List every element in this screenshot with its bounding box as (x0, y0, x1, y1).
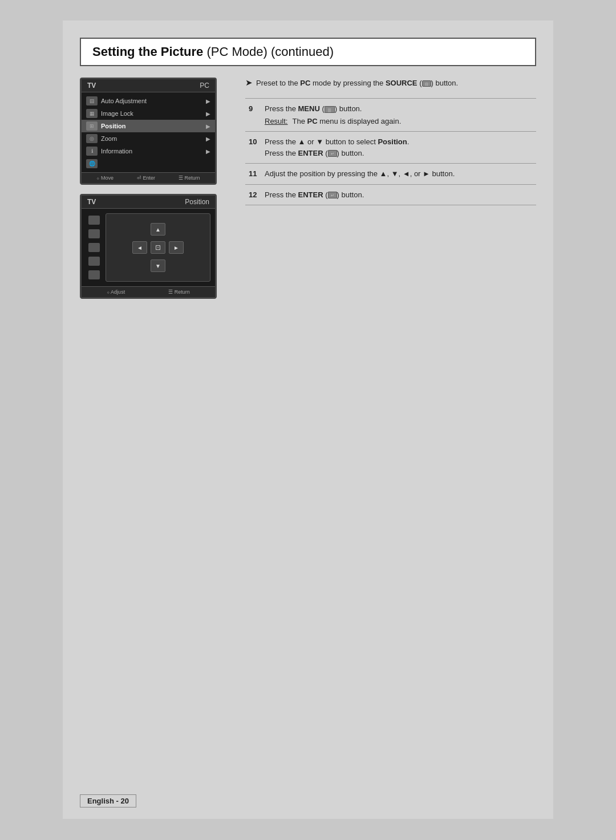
step-12-content: Press the ENTER (↵) button. (261, 184, 536, 205)
menu-row-extra: 🌐 (82, 157, 215, 170)
pos-right-arrow: ► (169, 241, 184, 254)
position-control-area: ▲ ◄ ⊡ ► ▼ (106, 213, 210, 282)
step-10-content: Press the ▲ or ▼ button to select Positi… (261, 132, 536, 164)
page-title: Setting the Picture (PC Mode) (continued… (92, 44, 524, 59)
menu-row-info: ℹ Information ▶ (82, 145, 215, 157)
title-bar: Setting the Picture (PC Mode) (continued… (80, 38, 536, 66)
steps-table: 9 Press the MENU (|||) button. Result: T… (245, 98, 536, 205)
footer-text: English - 20 (80, 794, 136, 807)
right-column: ➤ Preset to the PC mode by pressing the … (240, 78, 536, 299)
menu-icon-imagelock: ▦ (86, 109, 98, 118)
position-footer: ⬦ Adjust ☰ Return (82, 286, 215, 297)
pos-tv-label: TV (87, 198, 96, 206)
pos-icon-4 (88, 257, 100, 266)
menu-arrow-auto: ▶ (206, 98, 210, 104)
menu-arrow-imagelock: ▶ (206, 111, 210, 117)
position-arrows: ▲ ◄ ⊡ ► ▼ (131, 221, 185, 274)
menu-arrow-position: ▶ (206, 123, 210, 129)
step-9-content: Press the MENU (|||) button. Result: The… (261, 99, 536, 132)
menu-row-imagelock: ▦ Image Lock ▶ (82, 107, 215, 120)
pos-empty-tl (132, 223, 147, 236)
menu-icon-extra: 🌐 (86, 159, 98, 168)
menu-arrow-zoom: ▶ (206, 136, 210, 142)
tv-screen-menu: TV PC ▤ Auto Adjustment ▶ ▦ Image Lock ▶ (80, 78, 217, 185)
pos-footer-adjust: ⬦ Adjust (107, 289, 125, 295)
pos-empty-bl (132, 259, 147, 272)
menu-text-auto: Auto Adjustment (101, 98, 202, 104)
tv-footer-enter: ⏎ Enter (137, 175, 155, 181)
left-column: TV PC ▤ Auto Adjustment ▶ ▦ Image Lock ▶ (80, 78, 228, 299)
tv-screen-header: TV PC (82, 79, 215, 92)
step-9-result: Result: The PC menu is displayed again. (265, 116, 533, 127)
menu-icon-auto: ▤ (86, 96, 98, 105)
step-10-number: 10 (245, 132, 261, 164)
pos-up-arrow: ▲ (151, 223, 165, 236)
menu-icon-info: ℹ (86, 147, 98, 156)
position-screen: TV Position (80, 194, 217, 299)
menu-text-info: Information (101, 148, 202, 155)
menu-text-imagelock: Image Lock (101, 110, 202, 117)
content-area: TV PC ▤ Auto Adjustment ▶ ▦ Image Lock ▶ (80, 78, 536, 299)
footer-area: English - 20 (80, 794, 136, 807)
step-9-number: 9 (245, 99, 261, 132)
menu-text-position: Position (101, 123, 202, 129)
pos-title: Position (185, 198, 209, 206)
result-label-9: Result: (265, 116, 287, 127)
menu-icon-position: ⊞ (86, 121, 98, 131)
menu-row-zoom: ◎ Zoom ▶ (82, 132, 215, 145)
pos-icon-5 (88, 270, 100, 279)
position-header: TV Position (82, 196, 215, 209)
step-11-number: 11 (245, 164, 261, 185)
pos-icon-2 (88, 229, 100, 238)
preset-arrow: ➤ (245, 78, 253, 88)
tv-footer-return: ☰ Return (179, 175, 200, 181)
pos-icon-3 (88, 243, 100, 252)
pc-label: PC (200, 82, 209, 90)
preset-line: ➤ Preset to the PC mode by pressing the … (245, 78, 536, 88)
page: Setting the Picture (PC Mode) (continued… (63, 21, 553, 819)
pos-empty-tr (169, 223, 184, 236)
pos-left-arrow: ◄ (132, 241, 147, 254)
step-10-row: 10 Press the ▲ or ▼ button to select Pos… (245, 132, 536, 164)
pos-footer-return: ☰ Return (168, 289, 190, 295)
pos-icon-1 (88, 216, 100, 225)
step-11-content: Adjust the position by pressing the ▲, ▼… (261, 164, 536, 185)
menu-text-zoom: Zoom (101, 135, 202, 142)
tv-menu-items: ▤ Auto Adjustment ▶ ▦ Image Lock ▶ ⊞ Pos… (82, 92, 215, 172)
pos-empty-br (169, 259, 184, 272)
preset-text: Preset to the PC mode by pressing the SO… (256, 79, 458, 87)
menu-arrow-info: ▶ (206, 148, 210, 155)
step-9-row: 9 Press the MENU (|||) button. Result: T… (245, 99, 536, 132)
step-12-row: 12 Press the ENTER (↵) button. (245, 184, 536, 205)
position-body: ▲ ◄ ⊡ ► ▼ (82, 209, 215, 286)
menu-icon-zoom: ◎ (86, 134, 98, 143)
pos-down-arrow: ▼ (151, 259, 165, 272)
tv-footer-1: ⬦ Move ⏎ Enter ☰ Return (82, 172, 215, 183)
step-12-number: 12 (245, 184, 261, 205)
menu-row-position: ⊞ Position ▶ (82, 120, 215, 132)
result-text-9: The PC menu is displayed again. (292, 116, 401, 127)
tv-label: TV (87, 82, 96, 90)
menu-row-auto: ▤ Auto Adjustment ▶ (82, 95, 215, 107)
position-icons-col (86, 213, 102, 282)
step-11-row: 11 Adjust the position by pressing the ▲… (245, 164, 536, 185)
pos-center-monitor: ⊡ (151, 241, 165, 254)
tv-footer-move: ⬦ Move (96, 175, 114, 181)
